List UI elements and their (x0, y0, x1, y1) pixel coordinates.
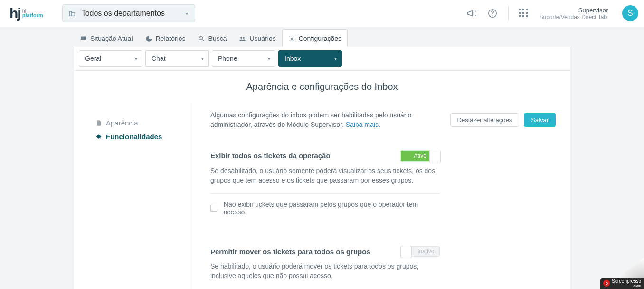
svg-point-1 (492, 15, 493, 16)
tab-label: Usuários (249, 35, 275, 42)
department-label: Todos os departamentos (82, 9, 165, 18)
svg-point-2 (199, 36, 203, 40)
apps-icon[interactable] (519, 9, 529, 18)
main-panel: Geral▾ Chat▾ Phone▾ Inbox▾ Aparência e c… (74, 47, 570, 289)
info-link[interactable]: Saiba mais (346, 121, 379, 128)
tab-usuarios[interactable]: Usuários (233, 29, 282, 47)
toggle-permitir-mover[interactable]: Inativo (401, 246, 440, 257)
dropdown-label: Chat (152, 55, 166, 62)
dropdown-phone[interactable]: Phone▾ (212, 50, 275, 67)
toggle-exibir-todos[interactable]: Ativo (401, 151, 440, 161)
tab-busca[interactable]: Busca (192, 29, 233, 47)
save-button[interactable]: Salvar (524, 113, 556, 127)
dropdown-label: Geral (85, 55, 101, 62)
megaphone-icon[interactable] (466, 8, 477, 19)
document-icon (95, 120, 102, 126)
gear-icon (288, 35, 295, 42)
chevron-down-icon: ▾ (186, 11, 188, 16)
svg-point-3 (241, 37, 243, 39)
setting-header: Exibir todos os tickets da operação Ativ… (210, 151, 440, 161)
pie-chart-icon (145, 35, 152, 42)
help-icon[interactable] (487, 8, 498, 19)
sidebar-item-label: Aparência (106, 119, 138, 127)
department-dropdown[interactable]: Todos os departamentos ▾ (62, 4, 195, 22)
filter-bar: Geral▾ Chat▾ Phone▾ Inbox▾ (74, 47, 570, 71)
logo-mark: hj (9, 5, 20, 21)
setting-exibir-todos: Exibir todos os tickets da operação Ativ… (210, 143, 440, 221)
monitor-icon (80, 35, 87, 42)
sidebar-item-funcionalidades[interactable]: Funcionalidades (88, 130, 190, 144)
dropdown-inbox[interactable]: Inbox▾ (278, 50, 342, 67)
setting-title: Permitir mover os tickets para todos os … (210, 248, 370, 256)
separator (210, 193, 440, 194)
main-column: Algumas configurações do inbox podem ser… (190, 103, 450, 289)
building-icon (68, 10, 76, 17)
dropdown-label: Phone (218, 55, 237, 62)
setting-description: Se desabilitado, o usuário somente poder… (210, 166, 440, 185)
svg-point-5 (291, 38, 293, 39)
watermark-logo-icon: p (603, 280, 610, 287)
logo-text: hi platform (22, 9, 43, 18)
sidebar-item-label: Funcionalidades (106, 133, 162, 141)
settings-sidebar: Aparência Funcionalidades (88, 103, 190, 289)
chevron-down-icon: ▾ (334, 56, 337, 61)
undo-button[interactable]: Desfazer alterações (450, 113, 520, 127)
avatar[interactable]: S (622, 5, 638, 21)
tab-label: Relatórios (156, 35, 186, 42)
user-org: Suporte/Vendas Direct Talk (539, 14, 608, 20)
users-icon (239, 35, 246, 42)
dropdown-geral[interactable]: Geral▾ (79, 50, 142, 67)
setting-title: Exibir todos os tickets da operação (210, 152, 331, 160)
info-text: Algumas configurações do inbox podem ser… (210, 110, 440, 130)
avatar-initial: S (627, 9, 633, 18)
topbar-right: Supervisor Suporte/Vendas Direct Talk S (466, 5, 638, 21)
tab-label: Configurações (299, 35, 341, 42)
tab-configuracoes[interactable]: Configurações (282, 29, 348, 47)
content: Aparência Funcionalidades Algumas config… (74, 103, 570, 289)
watermark-suffix: .com (612, 284, 641, 288)
setting-description: Se habilitado, o usuário poderá mover os… (210, 261, 440, 281)
toggle-label: Ativo (414, 153, 426, 159)
checkbox-row: Não exibir tickets que passaram pelos gr… (210, 201, 440, 216)
setting-permitir-mover: Permitir mover os tickets para todos os … (210, 239, 440, 289)
tab-relatorios[interactable]: Relatórios (139, 29, 192, 47)
logo-word-platform: platform (22, 13, 43, 18)
checkbox-label: Não exibir tickets que passaram pelos gr… (224, 201, 440, 216)
info-dot: . (379, 121, 380, 128)
dropdown-chat[interactable]: Chat▾ (145, 50, 209, 67)
checkbox-nao-exibir[interactable] (210, 205, 217, 212)
search-icon (198, 35, 205, 42)
action-buttons: Desfazer alterações Salvar (450, 103, 556, 289)
logo[interactable]: hj hi platform (9, 5, 43, 21)
user-role: Supervisor (578, 7, 608, 14)
chevron-down-icon: ▾ (201, 56, 204, 61)
tab-label: Situação Atual (90, 35, 133, 42)
watermark: p Screenpresso .com (600, 278, 644, 289)
page-title: Aparência e configurações do Inbox (74, 71, 570, 103)
chevron-down-icon: ▾ (268, 56, 270, 61)
divider (508, 6, 509, 20)
toggle-label: Inativo (417, 248, 434, 255)
tab-label: Busca (208, 35, 227, 42)
dropdown-label: Inbox (284, 55, 301, 62)
user-info: Supervisor Suporte/Vendas Direct Talk (539, 7, 608, 20)
top-bar: hj hi platform Todos os departamentos ▾ … (0, 0, 644, 27)
svg-point-4 (243, 37, 245, 39)
chevron-down-icon: ▾ (135, 56, 137, 61)
nav-tabs: Situação Atual Relatórios Busca Usuários… (0, 27, 644, 47)
setting-header: Permitir mover os tickets para todos os … (210, 246, 440, 257)
tab-situacao-atual[interactable]: Situação Atual (74, 29, 139, 47)
sidebar-item-aparencia[interactable]: Aparência (88, 116, 190, 130)
info-text-body: Algumas configurações do inbox podem ser… (210, 111, 411, 128)
burst-icon (95, 134, 102, 140)
